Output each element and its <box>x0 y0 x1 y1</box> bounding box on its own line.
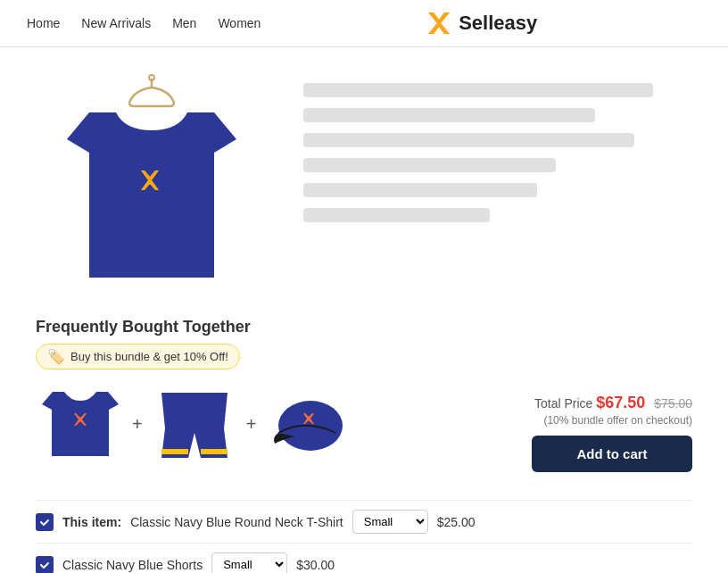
item-name-1: Classic Navy Blue Round Neck T-Shirt <box>130 515 343 529</box>
skeleton-line-2 <box>303 108 595 122</box>
svg-point-3 <box>149 75 154 80</box>
product-area <box>0 47 728 318</box>
product-tshirt <box>62 104 241 291</box>
fbt-sale-price: $67.50 <box>596 394 645 411</box>
nav-men[interactable]: Men <box>172 16 196 30</box>
add-to-cart-button[interactable]: Add to cart <box>532 436 692 472</box>
checkbox-1[interactable] <box>36 513 54 531</box>
bundle-item-1: This item: Classic Navy Blue Round Neck … <box>36 500 692 543</box>
svg-marker-1 <box>428 12 450 34</box>
product-image-wrapper <box>62 74 241 291</box>
nav-women[interactable]: Women <box>218 16 261 30</box>
bundle-items: This item: Classic Navy Blue Round Neck … <box>0 500 728 573</box>
size-select-1[interactable]: Small Medium Large <box>352 510 428 534</box>
logo[interactable]: Selleasy <box>425 9 537 37</box>
check-icon-2 <box>39 560 50 570</box>
skeleton-line-3 <box>303 133 634 147</box>
check-icon-1 <box>39 517 50 527</box>
product-details <box>303 74 692 291</box>
fbt-offer-text: (10% bundle offer on checkout) <box>532 414 692 427</box>
fbt-total-label: Total Price $67.50 $75.00 <box>532 394 692 412</box>
fbt-product-tshirt <box>36 384 125 464</box>
nav-home[interactable]: Home <box>27 16 60 30</box>
bundle-item-2: Classic Navy Blue Shorts Small Medium La… <box>36 543 692 573</box>
skeleton-line-6 <box>303 208 490 222</box>
fbt-original-price: $75.00 <box>654 396 692 411</box>
fbt-badge: 🏷️ Buy this bundle & get 10% Off! <box>36 344 240 370</box>
item-price-1: $25.00 <box>437 515 476 529</box>
fbt-shorts-svg <box>154 388 235 460</box>
fbt-title: Frequently Bought Together <box>36 318 692 336</box>
navbar: Home New Arrivals Men Women Selleasy <box>0 0 728 47</box>
fbt-plus-2: + <box>246 414 257 435</box>
fbt-right: Total Price $67.50 $75.00 (10% bundle of… <box>532 394 692 472</box>
fbt-section: Frequently Bought Together 🏷️ Buy this b… <box>0 318 728 500</box>
nav-links: Home New Arrivals Men Women <box>27 16 261 30</box>
checkbox-2[interactable] <box>36 556 54 574</box>
fbt-products-row: + + <box>36 384 352 464</box>
fbt-plus-1: + <box>132 414 143 435</box>
this-item-label: This item: <box>62 515 121 529</box>
logo-text: Selleasy <box>459 12 537 35</box>
fbt-tshirt-svg <box>40 388 120 460</box>
tshirt-svg <box>62 104 241 291</box>
size-select-2[interactable]: Small Medium Large <box>211 552 287 573</box>
item-name-2: Classic Navy Blue Shorts <box>62 558 203 572</box>
skeleton-line-1 <box>303 83 653 97</box>
fbt-badge-text: Buy this bundle & get 10% Off! <box>70 350 228 363</box>
fbt-cap-svg <box>268 388 348 460</box>
svg-rect-7 <box>161 449 188 454</box>
item-price-2: $30.00 <box>296 558 335 572</box>
nav-new-arrivals[interactable]: New Arrivals <box>81 16 151 30</box>
product-image-container <box>36 74 268 291</box>
skeleton-line-4 <box>303 158 556 172</box>
logo-icon <box>425 9 453 37</box>
fbt-product-shorts <box>150 384 239 464</box>
svg-rect-8 <box>201 449 228 454</box>
fbt-product-cap <box>263 384 352 464</box>
badge-icon: 🏷️ <box>47 348 65 365</box>
skeleton-line-5 <box>303 183 537 197</box>
